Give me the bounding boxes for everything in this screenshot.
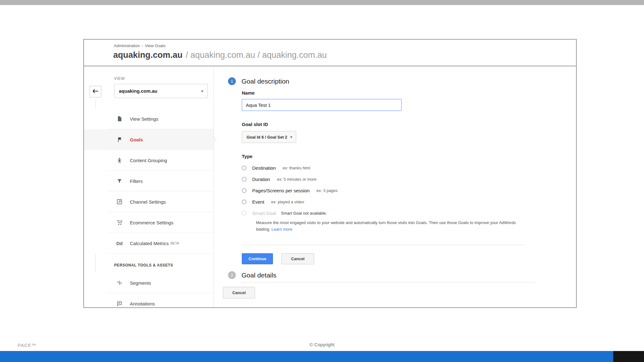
continue-button[interactable]: Continue [242,253,273,264]
funnel-icon [115,178,124,184]
step1-title: Goal description [242,78,289,85]
sidebar-item-label: Goals [130,137,143,142]
step1-number-badge: 1 [228,77,236,85]
back-button[interactable] [90,86,101,97]
smart-goal-description-text: Measure the most engaged visits to your … [256,220,516,232]
sidebar-item-channel-settings[interactable]: Channel Settings [84,191,214,212]
sidebar-item-label: Calculated Metrics [130,241,169,246]
channel-icon [115,199,124,205]
sidebar-item-view-settings[interactable]: View Settings [84,108,214,129]
top-window-bar [0,0,644,5]
breadcrumb-administration[interactable]: Administration [114,43,140,48]
goal-slot-value: Goal Id 6 / Goal Set 2 [247,135,287,140]
smart-goal-status: Smart Goal not available. [281,211,327,216]
name-label: Name [242,90,255,96]
option-hint: ex: thanks.html [283,166,310,170]
sidebar-item-label: Filters [130,178,143,184]
option-label: Smart Goal [252,211,276,216]
step1-header: 1 Goal description [228,77,289,85]
goal-slot-id-label: Goal slot ID [242,122,268,127]
segments-icon [115,280,124,286]
file-icon [115,115,124,122]
goal-slot-selector[interactable]: Goal Id 6 / Goal Set 2 ▾ [242,131,296,143]
sidebar: VIEW aquaking.com.au ▾ View Settings Goa… [84,66,214,307]
learn-more-link[interactable]: Learn more [271,227,292,232]
option-destination: Destination ex: thanks.html [242,162,338,173]
option-hint: ex: played a video [271,200,304,204]
bottom-bar-dark-segment [613,351,644,362]
type-label: Type [242,154,253,159]
option-label: Duration [252,177,270,182]
sidebar-item-segments[interactable]: Segments [84,272,214,293]
sidebar-menu: View Settings Goals Content Grouping [84,108,214,308]
view-selector[interactable]: aquaking.com.au ▾ [114,84,208,98]
radio-destination[interactable] [242,166,247,170]
option-hint: ex: 5 minutes or more [277,177,317,182]
radio-smart-goal-disabled [242,211,247,216]
annotation-icon [115,301,124,307]
sidebar-item-annotations[interactable]: Annotations [84,293,214,308]
property-view-path: / aquaking.com.au / aquaking.com.au [186,50,327,60]
sidebar-item-ecommerce-settings[interactable]: Ecommerce Settings [84,212,214,233]
view-section-label: VIEW [114,76,125,81]
sidebar-item-filters[interactable]: Filters [84,171,214,191]
breadcrumb-view-goals: View Goals [145,43,166,48]
outer-cancel-button[interactable]: Cancel [223,287,255,299]
goal-name-input[interactable] [242,99,402,111]
back-arrow-icon [92,89,99,94]
sidebar-item-label: Segments [130,280,151,286]
page-title: aquaking.com.au/ aquaking.com.au / aquak… [113,50,327,60]
sidebar-item-label: View Settings [130,116,158,122]
option-event: Event ex: played a video [242,196,338,207]
sidebar-item-calculated-metrics[interactable]: Dd Calculated Metrics BETA [84,233,214,254]
option-label: Event [252,199,264,205]
divider [242,245,526,245]
option-hint: ex: 3 pages [317,188,338,193]
beta-badge: BETA [170,242,179,245]
person-icon [115,157,124,164]
option-pages-per-session: Pages/Screens per session ex: 3 pages [242,185,338,196]
flag-icon [115,136,124,143]
step2-title: Goal details [242,272,276,279]
bottom-blue-bar [0,351,644,362]
admin-panel: Administration›View Goals aquaking.com.a… [83,39,577,308]
step2-header: 2 Goal details [228,271,276,279]
dd-icon: Dd [115,241,124,246]
smart-goal-description: Measure the most engaged visits to your … [256,219,518,233]
sidebar-item-content-grouping[interactable]: Content Grouping [84,150,214,171]
cart-icon [115,219,124,226]
personal-tools-heading: PERSONAL TOOLS & ASSETS [114,263,214,268]
step2-number-badge: 2 [228,271,236,279]
option-smart-goal: Smart Goal Smart Goal not available. [242,207,338,219]
sidebar-item-label: Annotations [130,301,155,306]
chevron-down-icon: ▾ [290,135,292,139]
sidebar-item-label: Channel Settings [130,199,166,205]
option-label: Destination [252,165,276,171]
goal-type-options: Destination ex: thanks.html Duration ex:… [242,162,338,219]
main-content: 1 Goal description Name Goal slot ID Goa… [214,66,576,307]
chevron-down-icon: ▾ [201,89,203,93]
option-duration: Duration ex: 5 minutes or more [242,173,338,185]
option-label: Pages/Screens per session [252,188,310,193]
radio-duration[interactable] [242,177,247,182]
sidebar-item-label: Content Grouping [130,158,167,163]
divider [242,282,535,282]
breadcrumb: Administration›View Goals [114,43,165,48]
account-name: aquaking.com.au [113,50,183,60]
copyright-text: © Copyright [0,342,644,347]
breadcrumb-separator-icon: › [142,43,143,48]
view-selector-value: aquaking.com.au [119,88,158,94]
radio-event[interactable] [242,200,247,204]
cancel-button[interactable]: Cancel [281,253,314,264]
sidebar-item-goals[interactable]: Goals [84,129,214,150]
sidebar-item-label: Ecommerce Settings [130,220,173,225]
radio-pages-per-session[interactable] [242,188,247,193]
